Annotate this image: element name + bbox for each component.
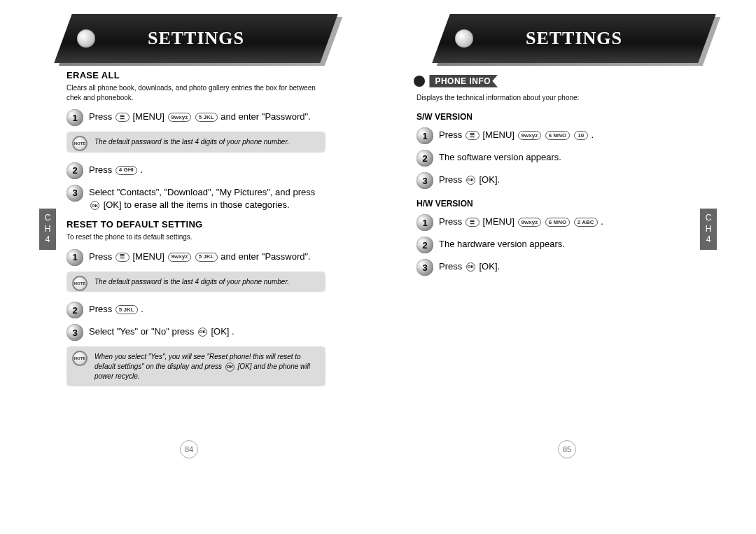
key-5: 5 JKL [115,305,138,314]
step-row: 1 Press ☰ [MENU] 9wxyz 6 MNO 2 ABC . [416,214,690,231]
key-9: 9wxyz [168,113,192,122]
key-9: 9wxyz [168,253,192,262]
note-icon: NOTE [72,136,88,151]
step-number-icon: 3 [416,172,433,189]
step-text: The software version appears. [439,150,561,164]
step-row: 1 Press ☰ [MENU] 9wxyz 5 JKL and enter "… [66,109,326,126]
menu-key-icon: ☰ [115,253,130,262]
step-number-icon: 1 [66,109,83,126]
page-number: 84 [180,440,198,458]
step-text: Select "Contacts", "Download", "My Pictu… [89,185,326,213]
banner-spot-icon [455,29,473,48]
page-spread: SETTINGS C H 4 ERASE ALL Clears all phon… [0,0,756,534]
page-number: 85 [558,440,576,458]
step-text: Press ☰ [MENU] 9wxyz 5 JKL and enter "Pa… [89,109,311,124]
desc-text: To reset the phone to its default settin… [66,232,326,242]
note-box: NOTE When you select "Yes", you will see… [66,346,326,386]
step-text: The hardware version appears. [439,237,565,251]
note-text: When you select "Yes", you will see "Res… [94,352,317,381]
step-number-icon: 1 [416,214,433,231]
ok-icon: OK [225,363,234,372]
step-number-icon: 3 [66,185,83,202]
step-row: 2 Press 4 GHI . [66,162,326,179]
bullet-icon [414,76,425,87]
step-number-icon: 1 [66,249,83,266]
key-2: 2 ABC [574,218,598,227]
ok-icon: OK [466,262,475,272]
menu-key-icon: ☰ [465,131,479,140]
page-content: PHONE INFO Displays the technical inform… [378,70,756,276]
note-icon: NOTE [72,351,88,366]
menu-key-icon: ☰ [465,218,479,227]
section-reset: RESET TO DEFAULT SETTING [66,219,326,230]
step-row: 3 Press OK [OK]. [416,172,690,189]
step-number-icon: 3 [66,324,83,341]
step-text: Select "Yes" or "No" press OK [OK] . [89,324,234,339]
step-text: Press OK [OK]. [439,259,500,274]
key-5: 5 JKL [195,113,218,122]
desc-text: Displays the technical information about… [416,93,690,103]
page-84: SETTINGS C H 4 ERASE ALL Clears all phon… [0,0,378,534]
tag-label: PHONE INFO [429,75,498,87]
note-icon: NOTE [72,276,88,291]
step-text: Press ☰ [MENU] 9wxyz 6 MNO 10 . [439,127,594,142]
key-5: 5 JKL [195,253,218,262]
section-erase-all: ERASE ALL [66,70,326,80]
step-text: Press 5 JKL . [89,302,144,316]
menu-key-icon: ☰ [115,113,130,122]
step-text: Press ☰ [MENU] 9wxyz 5 JKL and enter "Pa… [89,249,311,264]
banner-title: SETTINGS [148,28,244,49]
key-4: 4 GHI [115,166,137,175]
banner-title: SETTINGS [526,28,622,49]
chapter-tab: C H 4 [700,209,717,250]
step-number-icon: 2 [66,302,83,318]
step-text: Press ☰ [MENU] 9wxyz 6 MNO 2 ABC . [439,214,603,229]
step-number-icon: 1 [416,127,433,144]
page-85: SETTINGS C H 4 PHONE INFO Displays the t… [378,0,756,534]
page-content: ERASE ALL Clears all phone book, downloa… [0,70,378,386]
note-text: The default password is the last 4 digit… [94,277,317,287]
step-number-icon: 3 [416,259,433,276]
ok-icon: OK [198,328,207,337]
step-row: 2 The hardware version appears. [416,237,690,253]
note-text: The default password is the last 4 digit… [94,137,317,147]
step-row: 3 Select "Yes" or "No" press OK [OK] . [66,324,326,341]
step-row: 3 Select "Contacts", "Download", "My Pic… [66,185,326,213]
step-number-icon: 2 [416,150,433,167]
step-row: 2 The software version appears. [416,150,690,167]
step-row: 1 Press ☰ [MENU] 9wxyz 6 MNO 10 . [416,127,690,144]
section-hw-version: H/W VERSION [416,199,690,209]
step-row: 3 Press OK [OK]. [416,259,690,276]
ok-icon: OK [90,201,99,210]
step-text: Press OK [OK]. [439,172,500,187]
banner-right: SETTINGS [441,14,707,63]
note-box: NOTE The default password is the last 4 … [66,132,326,153]
section-phone-info: PHONE INFO [414,74,498,87]
key-6: 6 MNO [545,131,570,140]
step-row: 1 Press ☰ [MENU] 9wxyz 5 JKL and enter "… [66,249,326,266]
key-9: 9wxyz [518,131,542,140]
key-9: 9wxyz [518,218,542,227]
desc-text: Clears all phone book, downloads, and ph… [66,83,326,102]
key-6: 6 MNO [545,218,570,227]
banner-spot-icon [77,29,95,48]
ok-icon: OK [466,176,475,185]
chapter-tab: C H 4 [39,209,56,250]
step-row: 2 Press 5 JKL . [66,302,326,318]
section-sw-version: S/W VERSION [416,112,690,122]
note-box: NOTE The default password is the last 4 … [66,272,326,293]
banner-left: SETTINGS [63,14,329,63]
key-10: 10 [574,131,588,140]
step-number-icon: 2 [66,162,83,179]
step-number-icon: 2 [416,237,433,253]
step-text: Press 4 GHI . [89,162,143,177]
